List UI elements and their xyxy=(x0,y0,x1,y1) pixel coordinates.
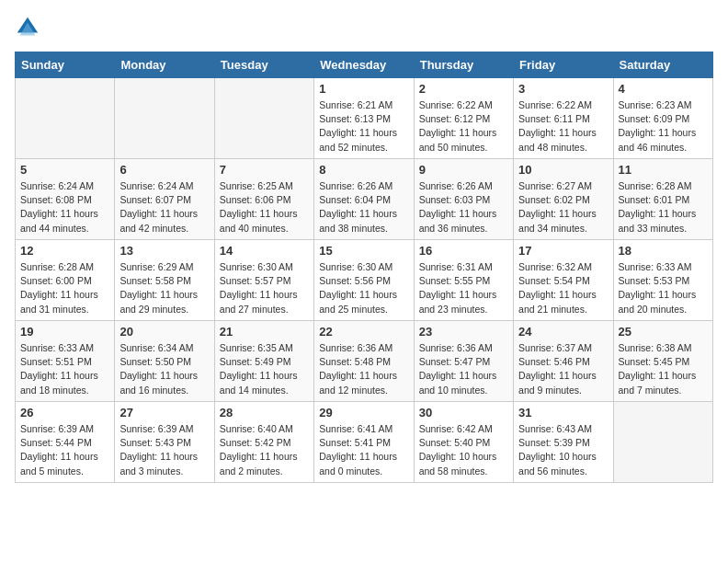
calendar-cell: 1Sunrise: 6:21 AM Sunset: 6:13 PM Daylig… xyxy=(314,78,414,159)
day-info: Sunrise: 6:32 AM Sunset: 5:54 PM Dayligh… xyxy=(518,260,608,316)
calendar-cell xyxy=(16,78,115,159)
day-number: 2 xyxy=(419,82,508,96)
day-info: Sunrise: 6:38 AM Sunset: 5:45 PM Dayligh… xyxy=(619,341,708,397)
calendar-cell: 19Sunrise: 6:33 AM Sunset: 5:51 PM Dayli… xyxy=(16,321,115,402)
calendar-cell: 29Sunrise: 6:41 AM Sunset: 5:41 PM Dayli… xyxy=(314,402,414,483)
day-number: 27 xyxy=(119,406,209,419)
day-info: Sunrise: 6:36 AM Sunset: 5:47 PM Dayligh… xyxy=(419,341,508,397)
calendar-cell: 7Sunrise: 6:25 AM Sunset: 6:06 PM Daylig… xyxy=(214,159,313,240)
calendar-cell: 12Sunrise: 6:28 AM Sunset: 6:00 PM Dayli… xyxy=(16,240,115,321)
day-info: Sunrise: 6:23 AM Sunset: 6:09 PM Dayligh… xyxy=(619,98,708,155)
calendar-cell: 5Sunrise: 6:24 AM Sunset: 6:08 PM Daylig… xyxy=(16,159,115,240)
calendar-header-friday: Friday xyxy=(514,52,613,78)
calendar-header-sunday: Sunday xyxy=(16,52,115,78)
calendar-week-4: 19Sunrise: 6:33 AM Sunset: 5:51 PM Dayli… xyxy=(16,321,713,402)
day-number: 15 xyxy=(319,244,408,258)
calendar-cell: 31Sunrise: 6:43 AM Sunset: 5:39 PM Dayli… xyxy=(514,402,613,483)
calendar-cell: 22Sunrise: 6:36 AM Sunset: 5:48 PM Dayli… xyxy=(314,321,414,402)
calendar-cell: 27Sunrise: 6:39 AM Sunset: 5:43 PM Dayli… xyxy=(115,402,214,483)
calendar-cell: 2Sunrise: 6:22 AM Sunset: 6:12 PM Daylig… xyxy=(414,78,513,159)
calendar-cell: 30Sunrise: 6:42 AM Sunset: 5:40 PM Dayli… xyxy=(414,402,513,483)
day-number: 28 xyxy=(220,406,309,419)
day-number: 14 xyxy=(220,244,309,258)
day-number: 19 xyxy=(20,325,109,339)
calendar: SundayMondayTuesdayWednesdayThursdayFrid… xyxy=(15,52,713,483)
day-info: Sunrise: 6:40 AM Sunset: 5:42 PM Dayligh… xyxy=(220,422,309,478)
calendar-cell xyxy=(115,78,214,159)
calendar-cell: 9Sunrise: 6:26 AM Sunset: 6:03 PM Daylig… xyxy=(414,159,513,240)
day-info: Sunrise: 6:21 AM Sunset: 6:13 PM Dayligh… xyxy=(319,98,408,155)
day-info: Sunrise: 6:24 AM Sunset: 6:07 PM Dayligh… xyxy=(119,179,209,236)
day-number: 22 xyxy=(319,325,408,339)
day-info: Sunrise: 6:30 AM Sunset: 5:57 PM Dayligh… xyxy=(220,260,309,316)
calendar-cell: 23Sunrise: 6:36 AM Sunset: 5:47 PM Dayli… xyxy=(414,321,513,402)
day-number: 9 xyxy=(419,163,508,177)
calendar-cell xyxy=(613,402,712,483)
day-info: Sunrise: 6:34 AM Sunset: 5:50 PM Dayligh… xyxy=(119,341,209,397)
day-number: 24 xyxy=(518,325,608,339)
day-number: 6 xyxy=(119,163,209,177)
calendar-cell: 8Sunrise: 6:26 AM Sunset: 6:04 PM Daylig… xyxy=(314,159,414,240)
calendar-cell: 14Sunrise: 6:30 AM Sunset: 5:57 PM Dayli… xyxy=(214,240,313,321)
day-number: 17 xyxy=(518,244,608,258)
day-number: 7 xyxy=(220,163,309,177)
calendar-cell: 15Sunrise: 6:30 AM Sunset: 5:56 PM Dayli… xyxy=(314,240,414,321)
day-number: 30 xyxy=(419,406,508,419)
calendar-cell: 28Sunrise: 6:40 AM Sunset: 5:42 PM Dayli… xyxy=(214,402,313,483)
day-info: Sunrise: 6:33 AM Sunset: 5:53 PM Dayligh… xyxy=(619,260,708,316)
calendar-header-monday: Monday xyxy=(115,52,214,78)
calendar-week-3: 12Sunrise: 6:28 AM Sunset: 6:00 PM Dayli… xyxy=(16,240,713,321)
calendar-header-row: SundayMondayTuesdayWednesdayThursdayFrid… xyxy=(16,52,713,78)
day-number: 31 xyxy=(518,406,608,419)
day-number: 29 xyxy=(319,406,408,419)
day-info: Sunrise: 6:37 AM Sunset: 5:46 PM Dayligh… xyxy=(518,341,608,397)
day-info: Sunrise: 6:26 AM Sunset: 6:03 PM Dayligh… xyxy=(419,179,508,236)
day-info: Sunrise: 6:25 AM Sunset: 6:06 PM Dayligh… xyxy=(220,179,309,236)
day-info: Sunrise: 6:43 AM Sunset: 5:39 PM Dayligh… xyxy=(518,422,608,478)
calendar-header-tuesday: Tuesday xyxy=(214,52,313,78)
day-info: Sunrise: 6:22 AM Sunset: 6:11 PM Dayligh… xyxy=(518,98,608,155)
day-info: Sunrise: 6:28 AM Sunset: 6:01 PM Dayligh… xyxy=(619,179,708,236)
calendar-cell: 25Sunrise: 6:38 AM Sunset: 5:45 PM Dayli… xyxy=(613,321,712,402)
calendar-week-1: 1Sunrise: 6:21 AM Sunset: 6:13 PM Daylig… xyxy=(16,78,713,159)
day-number: 20 xyxy=(119,325,209,339)
calendar-cell xyxy=(214,78,313,159)
calendar-header-saturday: Saturday xyxy=(613,52,712,78)
calendar-cell: 6Sunrise: 6:24 AM Sunset: 6:07 PM Daylig… xyxy=(115,159,214,240)
day-info: Sunrise: 6:33 AM Sunset: 5:51 PM Dayligh… xyxy=(20,341,109,397)
day-number: 18 xyxy=(619,244,708,258)
calendar-header-wednesday: Wednesday xyxy=(314,52,414,78)
day-info: Sunrise: 6:42 AM Sunset: 5:40 PM Dayligh… xyxy=(419,422,508,478)
calendar-cell: 11Sunrise: 6:28 AM Sunset: 6:01 PM Dayli… xyxy=(613,159,712,240)
day-number: 23 xyxy=(419,325,508,339)
calendar-cell: 4Sunrise: 6:23 AM Sunset: 6:09 PM Daylig… xyxy=(613,78,712,159)
calendar-cell: 13Sunrise: 6:29 AM Sunset: 5:58 PM Dayli… xyxy=(115,240,214,321)
day-info: Sunrise: 6:31 AM Sunset: 5:55 PM Dayligh… xyxy=(419,260,508,316)
calendar-week-2: 5Sunrise: 6:24 AM Sunset: 6:08 PM Daylig… xyxy=(16,159,713,240)
day-info: Sunrise: 6:26 AM Sunset: 6:04 PM Dayligh… xyxy=(319,179,408,236)
day-info: Sunrise: 6:41 AM Sunset: 5:41 PM Dayligh… xyxy=(319,422,408,478)
calendar-cell: 17Sunrise: 6:32 AM Sunset: 5:54 PM Dayli… xyxy=(514,240,613,321)
day-info: Sunrise: 6:27 AM Sunset: 6:02 PM Dayligh… xyxy=(518,179,608,236)
day-number: 12 xyxy=(20,244,109,258)
calendar-cell: 16Sunrise: 6:31 AM Sunset: 5:55 PM Dayli… xyxy=(414,240,513,321)
day-number: 5 xyxy=(20,163,109,177)
calendar-cell: 24Sunrise: 6:37 AM Sunset: 5:46 PM Dayli… xyxy=(514,321,613,402)
calendar-cell: 26Sunrise: 6:39 AM Sunset: 5:44 PM Dayli… xyxy=(16,402,115,483)
day-info: Sunrise: 6:22 AM Sunset: 6:12 PM Dayligh… xyxy=(419,98,508,155)
day-number: 4 xyxy=(619,82,708,96)
day-number: 3 xyxy=(518,82,608,96)
calendar-cell: 10Sunrise: 6:27 AM Sunset: 6:02 PM Dayli… xyxy=(514,159,613,240)
calendar-cell: 3Sunrise: 6:22 AM Sunset: 6:11 PM Daylig… xyxy=(514,78,613,159)
day-number: 26 xyxy=(20,406,109,419)
calendar-week-5: 26Sunrise: 6:39 AM Sunset: 5:44 PM Dayli… xyxy=(16,402,713,483)
day-number: 1 xyxy=(319,82,408,96)
day-info: Sunrise: 6:39 AM Sunset: 5:43 PM Dayligh… xyxy=(119,422,209,478)
day-info: Sunrise: 6:24 AM Sunset: 6:08 PM Dayligh… xyxy=(20,179,109,236)
day-number: 25 xyxy=(619,325,708,339)
logo xyxy=(15,15,44,40)
calendar-cell: 20Sunrise: 6:34 AM Sunset: 5:50 PM Dayli… xyxy=(115,321,214,402)
day-info: Sunrise: 6:28 AM Sunset: 6:00 PM Dayligh… xyxy=(20,260,109,316)
day-info: Sunrise: 6:29 AM Sunset: 5:58 PM Dayligh… xyxy=(119,260,209,316)
day-info: Sunrise: 6:35 AM Sunset: 5:49 PM Dayligh… xyxy=(220,341,309,397)
